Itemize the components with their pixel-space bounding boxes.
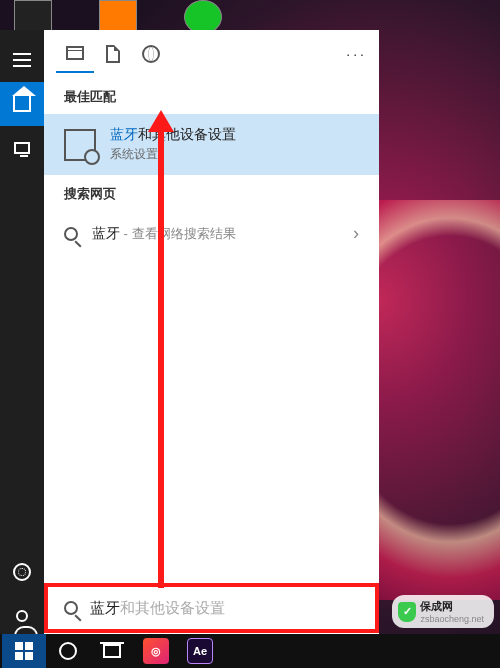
bluetooth-settings-icon: [64, 129, 96, 161]
windows-logo-icon: [15, 642, 33, 660]
hamburger-icon: [13, 59, 31, 61]
annotation-arrow: [158, 128, 164, 588]
taskbar-app-1[interactable]: ◎: [134, 634, 178, 668]
search-suggestion: 和其他设备设置: [120, 599, 225, 616]
cortana-icon: [59, 642, 77, 660]
settings-button[interactable]: [0, 550, 44, 594]
menu-button[interactable]: [0, 38, 44, 82]
home-icon: [13, 96, 31, 112]
search-typed: 蓝牙: [90, 599, 120, 616]
more-filters-button[interactable]: ···: [346, 46, 367, 62]
search-results-panel: ··· 最佳匹配 蓝牙和其他设备设置 系统设置 搜索网页 蓝牙 - 查看网络搜索…: [44, 30, 379, 638]
watermark-badge: ✓ 保成网 zsbaocheng.net: [392, 595, 494, 628]
start-button[interactable]: [2, 634, 46, 668]
task-view-icon: [103, 644, 121, 658]
search-text: 蓝牙和其他设备设置: [90, 599, 225, 618]
gear-icon: [13, 563, 31, 581]
tencent-video-icon: [99, 0, 137, 34]
after-effects-icon: Ae: [187, 638, 213, 664]
watermark-url: zsbaocheng.net: [420, 614, 484, 624]
person-icon: [16, 610, 28, 622]
document-icon: [106, 45, 120, 63]
filter-tabs: ···: [44, 30, 379, 78]
this-device-button[interactable]: [0, 126, 44, 170]
web-search-header: 搜索网页: [44, 175, 379, 211]
chevron-right-icon: ›: [353, 223, 359, 244]
task-view-button[interactable]: [90, 634, 134, 668]
search-icon: [64, 601, 78, 615]
recycle-bin-icon: [14, 0, 52, 34]
search-sidebar: [0, 30, 44, 638]
shield-icon: ✓: [398, 602, 416, 622]
search-input-box[interactable]: 蓝牙和其他设备设置: [44, 583, 379, 633]
best-match-header: 最佳匹配: [44, 78, 379, 114]
search-icon: [64, 227, 78, 241]
web-search-item[interactable]: 蓝牙 - 查看网络搜索结果 ›: [44, 211, 379, 256]
globe-icon: [142, 45, 160, 63]
watermark-title: 保成网: [420, 600, 453, 612]
taskbar: ◎ Ae: [0, 634, 500, 668]
cortana-button[interactable]: [46, 634, 90, 668]
best-match-subtitle: 系统设置: [110, 146, 236, 163]
browser-360-icon: [184, 0, 222, 34]
apps-icon: [66, 46, 84, 60]
taskbar-app-2[interactable]: Ae: [178, 634, 222, 668]
app-icon: ◎: [143, 638, 169, 664]
tab-documents[interactable]: [94, 35, 132, 73]
home-button[interactable]: [0, 82, 44, 126]
best-match-item[interactable]: 蓝牙和其他设备设置 系统设置: [44, 114, 379, 175]
monitor-icon: [14, 142, 30, 154]
profile-button[interactable]: [0, 594, 44, 638]
tab-all[interactable]: [56, 35, 94, 73]
tab-web[interactable]: [132, 35, 170, 73]
